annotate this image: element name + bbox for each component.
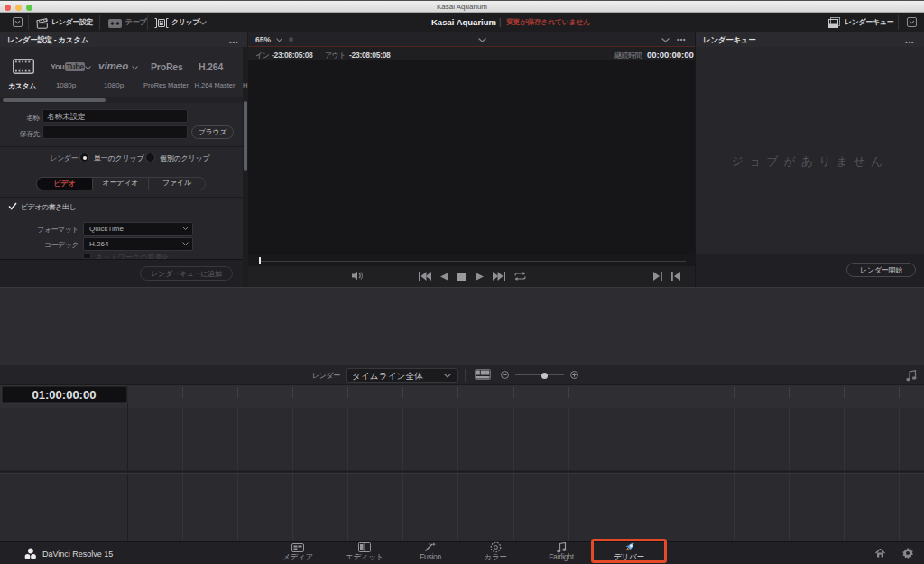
svg-text:01:00:00:00: 01:00:00:00	[32, 388, 97, 402]
